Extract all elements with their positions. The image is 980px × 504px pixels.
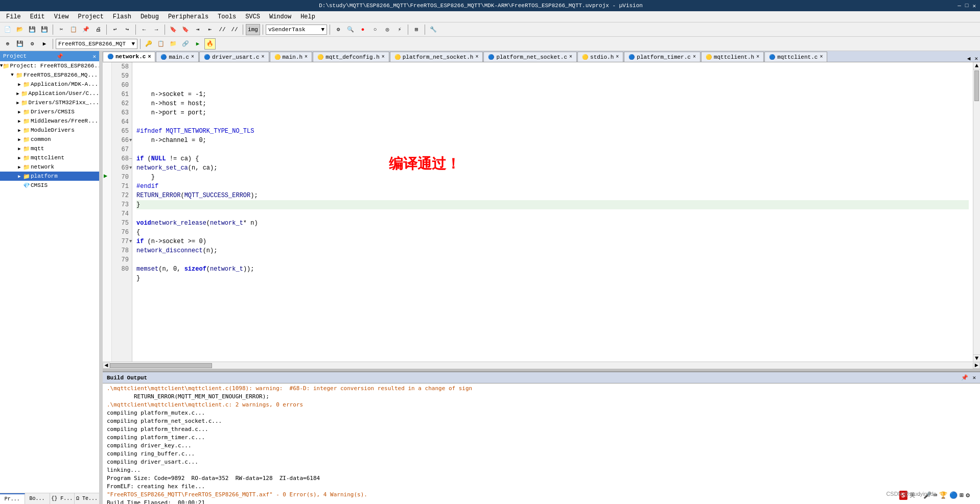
tab-close-button[interactable]: × [616, 54, 619, 60]
tab-close-button[interactable]: × [756, 54, 759, 60]
menu-project[interactable]: Project [74, 12, 107, 22]
editor-tab-mainh[interactable]: 🟡main.h × [270, 52, 313, 62]
img-btn[interactable]: img [246, 24, 260, 35]
paste-button[interactable]: 📌 [80, 24, 91, 35]
tree-item[interactable]: ▶📁mqtt [0, 144, 99, 153]
new-file-button[interactable]: 📄 [2, 24, 13, 35]
editor-tab-driver_usartc[interactable]: 🔵driver_usart.c × [199, 52, 269, 62]
fold-button[interactable]: ▼ [129, 163, 132, 173]
settings-btn[interactable]: 🔧 [428, 24, 439, 35]
fold-button[interactable]: ▼ [129, 237, 132, 246]
menu-window[interactable]: Window [265, 12, 295, 22]
menu-view[interactable]: View [50, 12, 73, 22]
tab-close-all[interactable]: ✕ [972, 55, 980, 62]
sidebar-tab-project[interactable]: Pr... [0, 493, 25, 504]
menu-file[interactable]: File [2, 12, 25, 22]
tb2-btn10[interactable]: 🔥 [204, 38, 216, 50]
h-scroll-right[interactable]: ► [973, 363, 980, 369]
tb2-btn3[interactable]: ⚙ [27, 38, 38, 50]
dbg4-btn[interactable]: ○ [369, 24, 381, 35]
nav-back-button[interactable]: ← [138, 24, 150, 35]
nav-fwd-button[interactable]: → [151, 24, 162, 35]
h-scroll-thumb[interactable] [110, 363, 212, 368]
menu-flash[interactable]: Flash [109, 12, 135, 22]
menu-svcs[interactable]: SVCS [241, 12, 264, 22]
editor-tab-mqttclientc[interactable]: 🔵mqttclient.c × [764, 52, 827, 62]
editor-tab-mainc[interactable]: 🔵main.c × [156, 52, 199, 62]
minimize-button[interactable]: — [958, 3, 961, 9]
editor-tab-platform_net_socketc[interactable]: 🔵platform_net_socket.c × [483, 52, 577, 62]
bookmark2-button[interactable]: 🔖 [180, 24, 191, 35]
right-scrollbar[interactable]: ▲ ▼ [973, 62, 980, 362]
editor-tab-platform_net_socketh[interactable]: 🟡platform_net_socket.h × [390, 52, 483, 62]
print-button[interactable]: 🖨 [92, 24, 104, 35]
save-all-button[interactable]: 💾 [39, 24, 50, 35]
open-button[interactable]: 📂 [14, 24, 26, 35]
code-lines[interactable]: n->socket = -1; n->host = host; n->port … [132, 62, 973, 362]
tree-item[interactable]: ▶📁ModuleDrivers [0, 126, 99, 135]
sidebar-tab-bo[interactable]: Bo... [25, 493, 50, 504]
tab-close-button[interactable]: × [261, 54, 264, 60]
tree-item[interactable]: 💎CMSIS [0, 181, 99, 190]
cut-button[interactable]: ✂ [56, 24, 67, 35]
tb2-btn1[interactable]: ⊕ [2, 38, 13, 50]
menu-help[interactable]: Help [296, 12, 319, 22]
sidebar-pin-icon[interactable]: 📌 [56, 53, 63, 60]
tab-close-button[interactable]: × [148, 54, 151, 60]
editor-tab-stdioh[interactable]: 🟡stdio.h × [577, 52, 623, 62]
tree-item[interactable]: ▶📁mqttclient [0, 153, 99, 162]
tab-close-button[interactable]: × [305, 54, 308, 60]
copy-button[interactable]: 📋 [68, 24, 79, 35]
scroll-down-btn[interactable]: ▼ [973, 354, 980, 362]
tree-item[interactable]: ▼📁Project: FreeRTOS_ESP8266... [0, 61, 99, 70]
h-scroll-track[interactable] [110, 363, 973, 369]
tab-close-button[interactable]: × [693, 54, 696, 60]
scroll-thumb[interactable] [974, 70, 979, 101]
bookmark1-button[interactable]: 🔖 [168, 24, 179, 35]
tab-scroll-left[interactable]: ◀ [965, 55, 973, 62]
tree-item[interactable]: ▶📁common [0, 135, 99, 144]
dbg3-btn[interactable]: ● [357, 24, 368, 35]
redo-button[interactable]: ↪ [122, 24, 133, 35]
editor-tab-mqtt_defconfigh[interactable]: 🟡mqtt_defconfig.h × [313, 52, 389, 62]
tb2-btn8[interactable]: 🔗 [180, 38, 191, 50]
tab-close-button[interactable]: × [475, 54, 478, 60]
tb2-btn4[interactable]: ▶ [39, 38, 50, 50]
tb2-btn7[interactable]: 📁 [168, 38, 179, 50]
layout-btn[interactable]: ⊞ [411, 24, 422, 35]
code-editor[interactable]: ▶ 58596061626364656667686970717273747576… [103, 62, 973, 362]
indent2-button[interactable]: ⇤ [204, 24, 216, 35]
dbg5-btn[interactable]: ◎ [382, 24, 393, 35]
project-dropdown[interactable]: FreeRTOS_ESP8266_MQT▼ [56, 39, 137, 49]
tb2-btn2[interactable]: 💾 [14, 38, 26, 50]
build-close-icon[interactable]: ✕ [972, 374, 976, 381]
tb2-btn6[interactable]: 📋 [155, 38, 167, 50]
tree-item[interactable]: ▼📁FreeRTOS_ESP8266_MQ... [0, 70, 99, 80]
close-button[interactable]: ✕ [972, 3, 976, 9]
tree-item[interactable]: ▶📁Application/User/C... [0, 89, 99, 98]
tree-item[interactable]: ▶📁Drivers/STM32F1xx_... [0, 98, 99, 107]
menu-edit[interactable]: Edit [26, 12, 49, 22]
sidebar-close-icon[interactable]: ✕ [92, 53, 96, 60]
sidebar-tab-template[interactable]: Ω Te... [75, 493, 99, 504]
tab-close-button[interactable]: × [569, 54, 572, 60]
menu-peripherals[interactable]: Peripherals [164, 12, 213, 22]
tree-item[interactable]: ▶📁Drivers/CMSIS [0, 107, 99, 116]
menu-tools[interactable]: Tools [214, 12, 240, 22]
h-scroll-left[interactable]: ◄ [103, 363, 110, 369]
tree-item[interactable]: ▶📁Middlewares/FreeR... [0, 116, 99, 126]
fold-indicator[interactable]: — [129, 154, 132, 163]
menu-debug[interactable]: Debug [136, 12, 163, 22]
task-dropdown[interactable]: vSenderTask ▼ [266, 25, 327, 35]
editor-tab-networkc[interactable]: 🔵network.c × [103, 52, 155, 62]
undo-button[interactable]: ↩ [109, 24, 121, 35]
build-pin-icon[interactable]: 📌 [961, 374, 968, 381]
tree-item[interactable]: ▶📁Application/MDK-A... [0, 80, 99, 89]
indent-button[interactable]: ⇥ [192, 24, 203, 35]
editor-tab-platform_timerc[interactable]: 🔵platform_timer.c × [624, 52, 701, 62]
scroll-up-btn[interactable]: ▲ [973, 62, 980, 69]
horizontal-scrollbar[interactable]: ◄ ► [103, 362, 980, 369]
tb2-btn5[interactable]: 🔑 [143, 38, 154, 50]
maximize-button[interactable]: □ [965, 3, 969, 9]
tree-item[interactable]: ▶📁network [0, 162, 99, 172]
